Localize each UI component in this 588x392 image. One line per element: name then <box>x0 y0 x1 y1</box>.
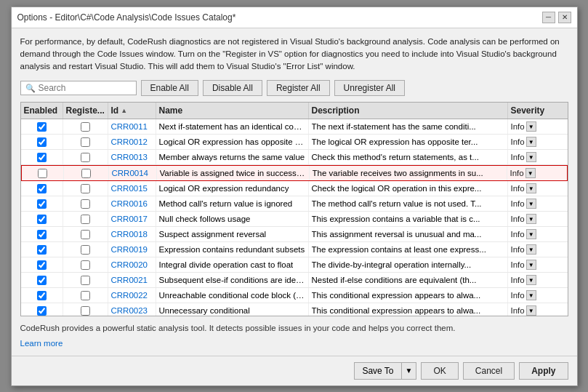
severity-cell: Info▼ <box>508 227 568 241</box>
register-all-button[interactable]: Register All <box>267 80 330 96</box>
severity-cell: Info▼ <box>508 273 568 287</box>
registered-checkbox[interactable] <box>81 215 90 224</box>
id-cell[interactable]: CRR0016 <box>108 196 156 211</box>
severity-dropdown-button[interactable]: ▼ <box>526 244 536 255</box>
enabled-cell <box>21 135 63 149</box>
enabled-checkbox[interactable] <box>37 260 47 270</box>
registered-cell <box>63 242 108 257</box>
registered-checkbox[interactable] <box>81 199 90 209</box>
name-cell: Logical OR expression redundancy <box>156 181 309 196</box>
enabled-checkbox[interactable] <box>37 137 47 147</box>
severity-dropdown-button[interactable]: ▼ <box>526 275 536 285</box>
severity-cell: Info▼ <box>508 288 568 303</box>
id-cell[interactable]: CRR0023 <box>108 303 156 316</box>
table-row: CRR0014Variable is assigned twice in suc… <box>21 165 568 181</box>
enabled-checkbox[interactable] <box>37 291 47 300</box>
name-cell: Logical OR expression has opposite opera… <box>156 135 309 149</box>
description-text: For performance, by default, CodeRush di… <box>20 36 568 73</box>
search-input[interactable] <box>39 83 132 93</box>
severity-dropdown-button[interactable]: ▼ <box>526 137 536 147</box>
col-id[interactable]: Id▲ <box>108 103 156 119</box>
enabled-checkbox[interactable] <box>37 199 47 209</box>
enabled-checkbox[interactable] <box>37 215 47 224</box>
registered-checkbox[interactable] <box>81 122 90 132</box>
table-row: CRR0012Logical OR expression has opposit… <box>21 135 568 150</box>
ok-button[interactable]: OK <box>421 362 458 380</box>
id-cell[interactable]: CRR0019 <box>108 242 156 257</box>
save-to-dropdown-button[interactable]: ▼ <box>401 362 417 380</box>
description-cell: The variable receives two assignments in… <box>310 166 507 180</box>
unregister-all-button[interactable]: Unregister All <box>334 80 405 96</box>
id-cell[interactable]: CRR0012 <box>108 135 156 149</box>
registered-checkbox[interactable] <box>81 137 90 147</box>
registered-checkbox[interactable] <box>81 184 90 193</box>
severity-cell: Info▼ <box>508 135 568 149</box>
search-box[interactable]: 🔍 <box>20 81 137 95</box>
table-row: CRR0017Null check follows usageThis expr… <box>21 212 568 227</box>
severity-dropdown-button[interactable]: ▼ <box>526 229 536 239</box>
severity-dropdown-button[interactable]: ▼ <box>526 183 536 193</box>
enabled-checkbox[interactable] <box>37 122 47 132</box>
description-cell: The expression contains at least one exp… <box>309 242 508 257</box>
minimize-button[interactable]: ─ <box>542 12 555 23</box>
severity-dropdown-button[interactable]: ▼ <box>526 290 536 300</box>
enabled-cell <box>21 288 63 303</box>
registered-cell <box>64 166 109 180</box>
registered-checkbox[interactable] <box>81 230 90 239</box>
severity-dropdown-button[interactable]: ▼ <box>526 214 536 224</box>
id-cell[interactable]: CRR0013 <box>108 150 156 164</box>
registered-checkbox[interactable] <box>81 291 90 300</box>
id-cell[interactable]: CRR0022 <box>108 288 156 303</box>
severity-dropdown-button[interactable]: ▼ <box>526 199 536 209</box>
col-registered: Registe... <box>63 103 108 119</box>
table-row: CRR0013Member always returns the same va… <box>21 150 568 165</box>
window-title: Options - Editor\C#\Code Analysis\Code I… <box>17 12 236 23</box>
enabled-checkbox[interactable] <box>37 276 47 285</box>
name-cell: Next if-statement has an identical condi… <box>156 119 309 134</box>
severity-dropdown-button[interactable]: ▼ <box>526 260 536 270</box>
apply-button[interactable]: Apply <box>519 362 568 380</box>
registered-cell <box>63 257 108 272</box>
registered-cell <box>63 273 108 287</box>
table-row: CRR0015Logical OR expression redundancyC… <box>21 181 568 196</box>
name-cell: Subsequent else-if conditions are identi… <box>156 273 309 287</box>
severity-dropdown-button[interactable]: ▼ <box>526 305 536 316</box>
severity-label: Info <box>511 260 525 269</box>
enable-all-button[interactable]: Enable All <box>141 80 198 96</box>
severity-dropdown-button[interactable]: ▼ <box>526 121 536 132</box>
severity-label: Info <box>511 291 525 300</box>
enabled-checkbox[interactable] <box>37 153 47 162</box>
severity-dropdown-button[interactable]: ▼ <box>526 152 536 162</box>
severity-dropdown-button[interactable]: ▼ <box>525 168 536 178</box>
id-cell[interactable]: CRR0014 <box>109 166 157 180</box>
enabled-checkbox[interactable] <box>37 184 47 193</box>
enabled-checkbox[interactable] <box>37 230 47 239</box>
id-cell[interactable]: CRR0017 <box>108 212 156 226</box>
registered-checkbox[interactable] <box>81 245 90 255</box>
issues-table: Enabled Registe... Id▲ Name Description … <box>20 102 568 316</box>
save-to-button[interactable]: Save To <box>354 362 400 380</box>
id-cell[interactable]: CRR0011 <box>108 119 156 134</box>
registered-checkbox[interactable] <box>81 169 91 178</box>
description-cell: Check the logical OR operation in this e… <box>309 181 508 196</box>
disable-all-button[interactable]: Disable All <box>203 80 262 96</box>
registered-checkbox[interactable] <box>81 276 90 285</box>
close-button[interactable]: ✕ <box>558 12 571 23</box>
registered-checkbox[interactable] <box>81 306 90 316</box>
enabled-cell <box>21 212 63 226</box>
cancel-button[interactable]: Cancel <box>463 362 515 380</box>
id-cell[interactable]: CRR0020 <box>108 257 156 272</box>
severity-cell: Info▼ <box>508 181 568 196</box>
table-header: Enabled Registe... Id▲ Name Description … <box>21 103 568 119</box>
name-cell: Member always returns the same value <box>156 150 309 164</box>
registered-checkbox[interactable] <box>81 153 90 162</box>
description-cell: The divide-by-integral operation interna… <box>309 257 508 272</box>
enabled-checkbox[interactable] <box>38 169 47 178</box>
id-cell[interactable]: CRR0018 <box>108 227 156 241</box>
enabled-checkbox[interactable] <box>37 245 47 255</box>
enabled-checkbox[interactable] <box>37 306 47 316</box>
registered-checkbox[interactable] <box>81 260 90 270</box>
id-cell[interactable]: CRR0021 <box>108 273 156 287</box>
id-cell[interactable]: CRR0015 <box>108 181 156 196</box>
learn-more-link[interactable]: Learn more <box>20 339 63 348</box>
